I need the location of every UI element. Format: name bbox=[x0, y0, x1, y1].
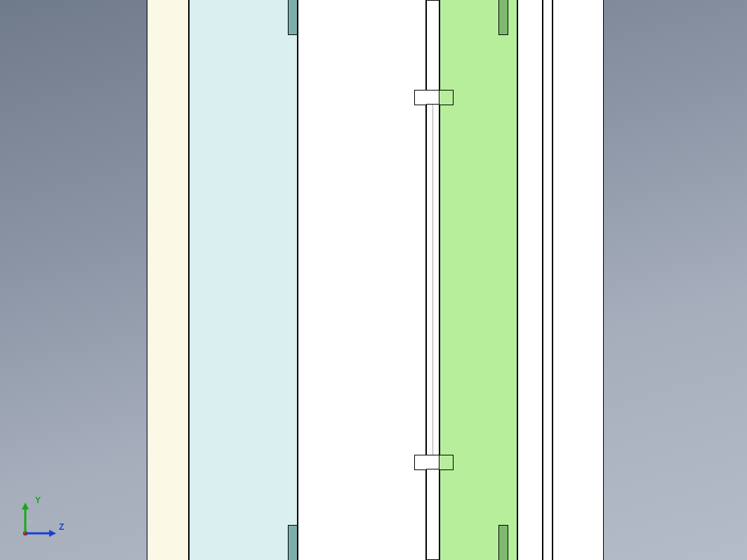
body-slab-white-1[interactable] bbox=[298, 0, 426, 560]
rib-wide-step-bottom[interactable] bbox=[414, 455, 439, 470]
rib-narrow-bottom[interactable] bbox=[426, 469, 439, 560]
body-slab-cyan[interactable] bbox=[189, 0, 298, 560]
tab-green-top[interactable] bbox=[498, 0, 508, 35]
rib-narrow-top[interactable] bbox=[426, 0, 439, 91]
view-orientation-triad[interactable]: Y Z bbox=[18, 501, 60, 543]
triad-axis-z-arrow-icon bbox=[49, 530, 56, 537]
rib-inner-seam bbox=[432, 104, 433, 456]
triad-label-y: Y bbox=[35, 495, 41, 505]
tab-cyan-bottom[interactable] bbox=[288, 525, 298, 560]
body-slab-white-3[interactable] bbox=[543, 0, 553, 560]
tab-cyan-top[interactable] bbox=[288, 0, 298, 35]
triad-axis-y-arrow-icon bbox=[22, 502, 29, 509]
triad-label-z: Z bbox=[59, 522, 64, 532]
green-notch-top bbox=[439, 90, 454, 105]
body-slab-green[interactable] bbox=[439, 0, 517, 560]
cad-viewport[interactable]: Y Z bbox=[0, 0, 747, 560]
triad-origin-shade bbox=[25, 521, 38, 533]
model-stage[interactable] bbox=[147, 0, 604, 560]
body-slab-white-4[interactable] bbox=[553, 0, 604, 560]
green-notch-bottom bbox=[439, 455, 454, 470]
rib-wide-step-top[interactable] bbox=[414, 90, 439, 105]
tab-green-bottom[interactable] bbox=[498, 525, 508, 560]
body-slab-cream[interactable] bbox=[147, 0, 189, 560]
body-slab-white-2[interactable] bbox=[517, 0, 543, 560]
